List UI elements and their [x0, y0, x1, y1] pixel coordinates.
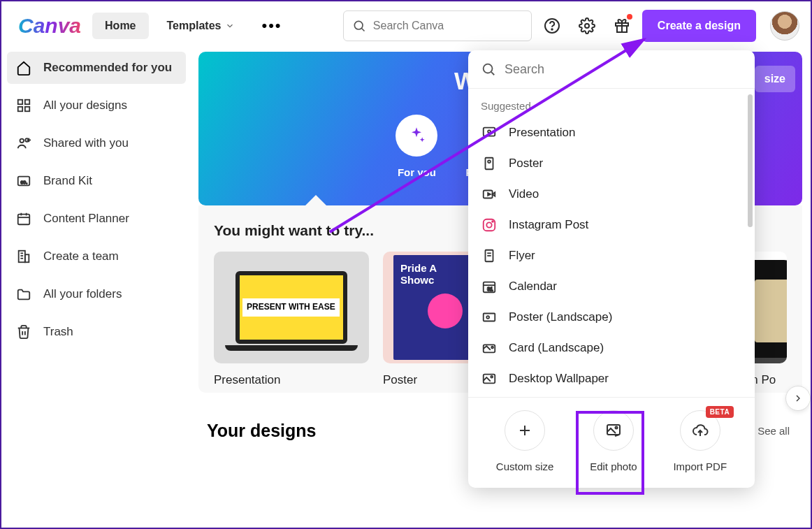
pop-item-instagram[interactable]: Instagram Post	[468, 210, 755, 240]
folder-icon	[15, 287, 32, 302]
pop-item-label: Presentation	[509, 126, 575, 140]
footer-custom-size[interactable]: Custom size	[496, 410, 554, 472]
scrollbar-thumb[interactable]	[748, 94, 753, 227]
wallpaper-icon	[481, 371, 498, 386]
presentation-icon	[481, 125, 498, 140]
footer-label: Custom size	[496, 461, 554, 472]
svg-line-30	[491, 72, 494, 75]
nav-templates[interactable]: Templates	[154, 13, 248, 39]
card-label: Poster	[383, 373, 481, 387]
svg-rect-23	[25, 254, 29, 262]
svg-point-34	[488, 160, 491, 163]
popover-search-input[interactable]	[505, 62, 742, 77]
search-icon	[352, 19, 366, 33]
sidebar-item-brand-kit[interactable]: co. Brand Kit	[7, 165, 186, 197]
sidebar-item-label: All your folders	[43, 287, 122, 301]
pop-item-flyer[interactable]: Flyer	[468, 240, 755, 271]
svg-rect-11	[25, 107, 29, 111]
sidebar-item-label: Content Planner	[43, 212, 129, 226]
help-icon[interactable]	[537, 11, 567, 41]
sidebar-item-recommended[interactable]: Recommended for you	[7, 52, 186, 84]
pop-item-label: Video	[509, 187, 539, 201]
sidebar-item-label: Create a team	[43, 249, 119, 263]
svg-text:31: 31	[487, 286, 493, 292]
sidebar: Recommended for you All your designs Sha…	[1, 50, 191, 528]
video-icon	[481, 187, 498, 202]
suggested-header: Suggested	[468, 96, 755, 117]
cat-for-you[interactable]: For you	[396, 115, 437, 178]
top-bar: Canva Home Templates ••• Create a design	[1, 1, 811, 50]
notification-dot	[627, 14, 632, 20]
sidebar-item-label: All your designs	[43, 99, 127, 113]
beta-badge: BETA	[706, 406, 734, 418]
sidebar-item-all-designs[interactable]: All your designs	[7, 89, 186, 122]
svg-point-3	[551, 29, 553, 30]
instagram-icon	[481, 217, 498, 233]
pop-item-label: Calendar	[509, 280, 557, 294]
search-input[interactable]	[373, 20, 523, 32]
sidebar-item-label: Brand Kit	[43, 174, 92, 188]
global-search[interactable]	[343, 10, 532, 41]
footer-edit-photo[interactable]: Edit photo	[590, 410, 637, 472]
see-all-link[interactable]: See all	[757, 425, 790, 437]
sidebar-item-create-team[interactable]: Create a team	[7, 240, 186, 273]
building-icon	[15, 249, 32, 264]
custom-size-pill[interactable]: size	[755, 66, 795, 92]
svg-point-0	[354, 21, 363, 29]
pop-item-label: Card (Landscape)	[509, 341, 604, 355]
popover-search[interactable]	[468, 50, 755, 88]
user-avatar[interactable]	[770, 11, 799, 41]
pop-item-card-landscape[interactable]: Card (Landscape)	[468, 333, 755, 363]
brand-icon: co.	[15, 173, 32, 189]
more-menu-icon[interactable]: •••	[253, 11, 290, 41]
sidebar-item-label: Shared with you	[43, 136, 129, 150]
card-label: Presentation	[214, 373, 369, 387]
create-design-button[interactable]: Create a design	[642, 10, 756, 42]
card-thumb: Pride A Showc	[383, 252, 481, 363]
chevron-down-icon	[225, 21, 235, 31]
sidebar-item-shared[interactable]: Shared with you	[7, 127, 186, 159]
trash-icon	[15, 324, 32, 340]
card-thumb: PRESENT WITH EASE	[214, 252, 369, 363]
svg-point-29	[484, 64, 493, 73]
gift-icon[interactable]	[607, 11, 637, 41]
carousel-next-icon[interactable]	[785, 386, 811, 411]
pop-item-label: Flyer	[509, 249, 535, 263]
svg-rect-8	[18, 100, 22, 104]
svg-text:co.: co.	[20, 179, 27, 185]
pop-item-label: Instagram Post	[509, 218, 588, 232]
pop-item-label: Desktop Wallpaper	[509, 372, 609, 386]
your-designs-heading: Your designs	[207, 421, 317, 441]
calendar-icon	[15, 211, 32, 226]
poster-icon	[481, 156, 498, 171]
svg-rect-9	[25, 100, 29, 104]
pop-item-poster-landscape[interactable]: Poster (Landscape)	[468, 302, 755, 333]
people-icon	[15, 136, 32, 151]
pop-item-label: Poster (Landscape)	[509, 310, 612, 324]
footer-import-pdf[interactable]: BETA Import PDF	[673, 410, 727, 472]
grid-icon	[15, 98, 32, 113]
sidebar-item-planner[interactable]: Content Planner	[7, 203, 186, 235]
logo[interactable]: Canva	[13, 14, 87, 38]
popover-footer: Custom size Edit photo BETA Import PDF	[468, 397, 755, 488]
sidebar-item-label: Trash	[43, 325, 73, 339]
pop-item-presentation[interactable]: Presentation	[468, 117, 755, 148]
nav-home[interactable]: Home	[92, 13, 148, 39]
svg-point-50	[491, 347, 493, 349]
sidebar-item-folders[interactable]: All your folders	[7, 278, 186, 310]
pop-item-video[interactable]: Video	[468, 179, 755, 210]
pop-item-label: Poster	[509, 157, 543, 171]
pop-item-wallpaper[interactable]: Desktop Wallpaper	[468, 363, 755, 394]
nav-templates-label: Templates	[167, 20, 222, 32]
card-presentation[interactable]: PRESENT WITH EASE Presentation	[214, 252, 369, 387]
pop-item-poster[interactable]: Poster	[468, 148, 755, 179]
calendar-icon: 31	[481, 279, 498, 294]
settings-icon[interactable]	[572, 11, 602, 41]
pop-item-calendar[interactable]: 31Calendar	[468, 271, 755, 302]
create-design-popover: Suggested Presentation Poster Video Inst…	[468, 50, 755, 488]
card-poster[interactable]: Pride A Showc Poster	[383, 252, 481, 387]
hero-notch	[305, 195, 327, 206]
sidebar-item-trash[interactable]: Trash	[7, 316, 186, 348]
poster-landscape-icon	[481, 310, 498, 325]
svg-point-39	[486, 222, 491, 227]
